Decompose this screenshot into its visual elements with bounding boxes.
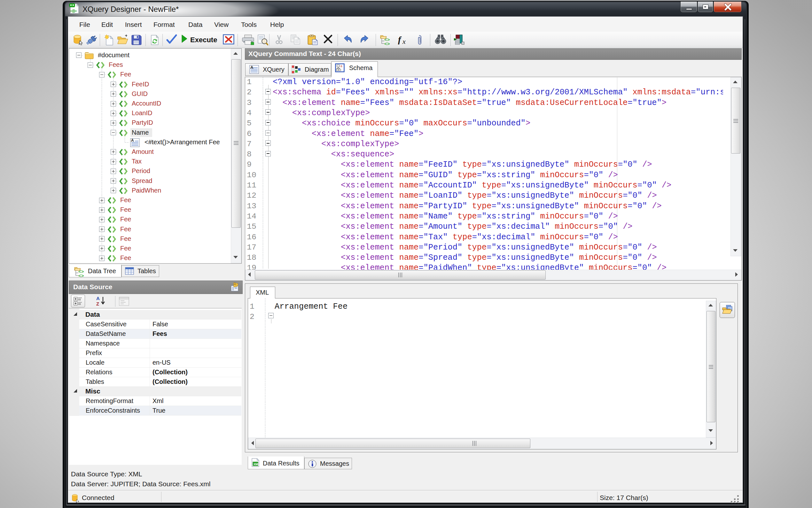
svg-text:Z: Z (96, 301, 99, 306)
svg-text:A: A (96, 296, 100, 301)
svg-text:a: a (340, 64, 342, 68)
svg-text:A: A (131, 138, 134, 143)
svg-text:<>: <> (78, 273, 84, 278)
svg-text:XML: XML (253, 463, 260, 466)
svg-text:x: x (402, 37, 406, 45)
svg-text:‹◎›: ‹◎› (70, 8, 77, 13)
svg-text:f: f (398, 35, 402, 44)
svg-text:<>: <> (384, 41, 390, 46)
svg-text:A: A (250, 65, 253, 70)
